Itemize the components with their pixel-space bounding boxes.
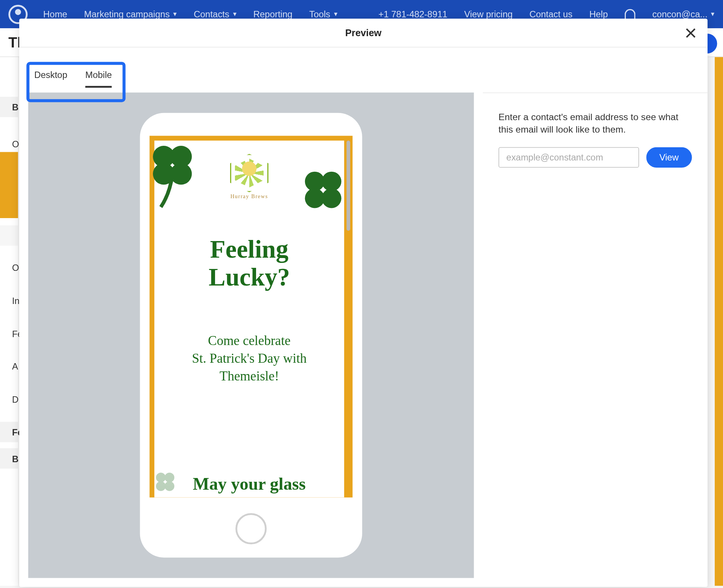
tab-desktop[interactable]: Desktop (34, 70, 67, 88)
svg-point-3 (170, 163, 192, 185)
bg-side-item: Fe (0, 323, 18, 344)
modal-body: Desktop Mobile (19, 47, 708, 587)
nav-contact-link[interactable]: Contact us (529, 9, 572, 19)
bg-side-item (0, 225, 18, 246)
nav-marketing[interactable]: Marketing campaigns▾ (84, 9, 177, 19)
preview-modal: Preview Desktop Mobile (19, 18, 708, 587)
brand-logo: Hurray Brews (228, 154, 271, 204)
bg-side-item: B (0, 448, 18, 469)
phone-home-button (235, 513, 267, 544)
svg-point-6 (305, 188, 325, 208)
nav-tools[interactable]: Tools▾ (309, 9, 337, 19)
tab-mobile[interactable]: Mobile (85, 70, 112, 88)
svg-point-4 (305, 172, 325, 191)
view-button[interactable]: View (646, 147, 692, 168)
clover-icon (151, 143, 194, 209)
user-label: concon@ca... (652, 9, 708, 19)
nav-label: Tools (309, 9, 330, 19)
svg-point-5 (322, 172, 341, 191)
preview-left: Desktop Mobile (19, 47, 483, 587)
chevron-down-icon: ▾ (711, 10, 715, 18)
preview-right-panel: Enter a contact's email address to see w… (483, 93, 708, 587)
nav-items: Home Marketing campaigns▾ Contacts▾ Repo… (43, 9, 337, 19)
bg-side-item: O (0, 133, 18, 154)
preview-canvas: Hurray Brews FeelingLucky? Come celebrat… (28, 93, 474, 578)
modal-title: Preview (345, 27, 381, 38)
email-body: Hurray Brews FeelingLucky? Come celebrat… (154, 141, 344, 497)
nav-label: Marketing campaigns (84, 9, 169, 19)
nav-label: Reporting (253, 9, 293, 19)
modal-header: Preview (19, 18, 708, 47)
chevron-down-icon: ▾ (233, 10, 237, 18)
chevron-down-icon: ▾ (173, 10, 177, 18)
tabs-container: Desktop Mobile (19, 47, 483, 93)
bg-yellow-strip (715, 57, 723, 586)
bg-sidebar: B O O In Fe A D Fe B (0, 57, 18, 586)
bg-side-item: In (0, 290, 18, 310)
email-line3: May your glass (154, 474, 344, 494)
email-lookup-row: View (499, 147, 692, 168)
nav-reporting[interactable]: Reporting (253, 9, 293, 19)
nav-pricing-link[interactable]: View pricing (464, 9, 513, 19)
phone-screen: Hurray Brews FeelingLucky? Come celebrat… (149, 136, 352, 497)
brand-label: Hurray Brews (228, 194, 271, 200)
nav-home[interactable]: Home (43, 9, 67, 19)
bg-side-item: D (0, 389, 18, 409)
clover-icon (302, 167, 344, 212)
bg-side-item: B (0, 97, 18, 117)
phone-frame: Hurray Brews FeelingLucky? Come celebrat… (140, 113, 362, 557)
bell-icon[interactable] (625, 9, 636, 20)
nav-label: Home (43, 9, 67, 19)
bg-side-item: O (0, 257, 18, 278)
right-panel-text: Enter a contact's email address to see w… (499, 111, 692, 136)
contact-email-input[interactable] (499, 147, 639, 168)
close-icon[interactable] (685, 27, 697, 41)
bg-side-item: Fe (0, 422, 18, 442)
chevron-down-icon: ▾ (334, 10, 338, 18)
nav-contacts[interactable]: Contacts▾ (194, 9, 237, 19)
email-subhead: Come celebrateSt. Patrick's Day withThem… (154, 331, 344, 385)
nav-label: Contacts (194, 9, 229, 19)
email-headline: FeelingLucky? (154, 235, 344, 291)
nav-right: +1 781-482-8911 View pricing Contact us … (378, 9, 715, 20)
svg-point-7 (322, 188, 341, 208)
scrollbar[interactable] (346, 141, 350, 231)
user-menu[interactable]: concon@ca...▾ (652, 9, 715, 19)
bg-side-item: A (0, 356, 18, 376)
nav-phone: +1 781-482-8911 (378, 9, 447, 19)
nav-help-link[interactable]: Help (589, 9, 608, 19)
bg-side-yellow (0, 152, 18, 218)
